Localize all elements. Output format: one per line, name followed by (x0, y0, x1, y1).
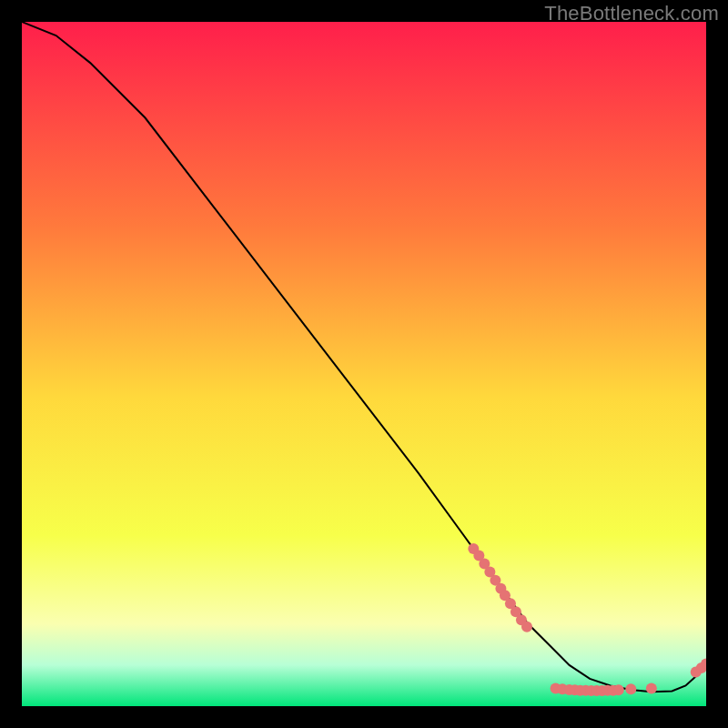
gradient-background (22, 22, 706, 706)
marker-point (521, 622, 532, 632)
plot-area (22, 22, 706, 706)
marker-point (646, 682, 657, 693)
marker-point (625, 683, 636, 694)
chart-container: TheBottleneck.com (0, 0, 728, 728)
marker-point (613, 684, 624, 695)
chart-svg (22, 22, 706, 706)
watermark-text: TheBottleneck.com (544, 2, 719, 25)
